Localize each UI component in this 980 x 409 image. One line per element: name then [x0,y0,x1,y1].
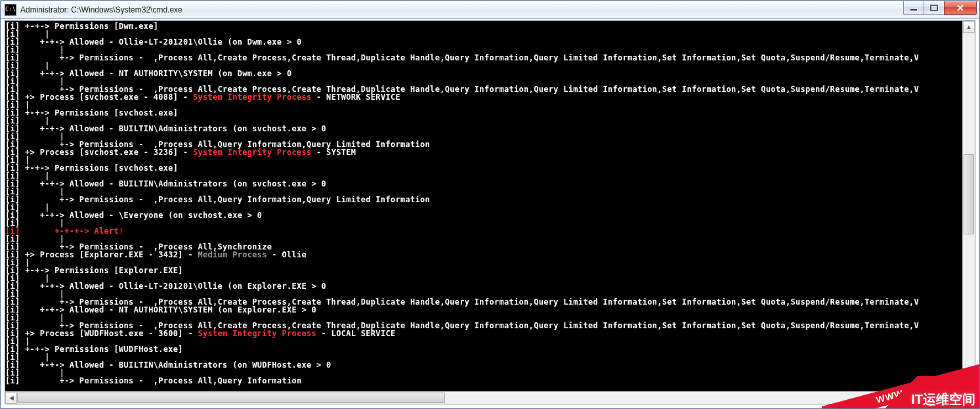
console-line: [i] +-+-> Allowed - NT AUTHORITY\SYSTEM … [5,306,963,314]
console-line: [i] +-+-> Allowed - Ollie-LT-201201\Olli… [5,38,963,46]
scroll-thumb-vertical[interactable] [964,154,974,234]
maximize-button[interactable] [924,1,945,15]
console-line: [i] +> Process [svchost.exe - 4088] - Sy… [5,93,963,101]
console-line: [i] | [5,219,963,227]
console-line: [i] +-> Permissions - ,Process All,Query… [5,196,963,204]
console-line: [i] +-+-> Allowed - BUILTIN\Administrato… [5,180,963,188]
console-line: [i] +-> Permissions - ,Process All,Creat… [5,54,963,62]
scroll-right-button[interactable]: ▶ [951,392,963,404]
svg-rect-0 [910,9,917,11]
console-line: [i] +-+-> Allowed - NT AUTHORITY\SYSTEM … [5,70,963,77]
scroll-thumb-horizontal[interactable] [17,393,445,403]
window-title: Administrator: C:\Windows\System32\cmd.e… [20,5,904,14]
console-line: [i] +> Process [svchost.exe - 3236] - Sy… [5,148,963,156]
console-line: [i] +-+-> Permissions [Explorer.EXE] [5,267,963,274]
console-line: [i] +-+-> Permissions [svchost.exe] [5,164,963,172]
console-line: [i] +-> Permissions - ,Process All,Query… [5,377,963,385]
scroll-track-horizontal[interactable] [17,392,951,404]
horizontal-scrollbar[interactable]: ◀ ▶ [5,391,963,404]
console-line: [i] +-+-> Permissions [Dwm.exe] [5,22,963,30]
console-line: [i] +-+-> Permissions [svchost.exe] [5,109,963,117]
cmd-window: C:\ Administrator: C:\Windows\System32\c… [0,0,980,409]
console-line: [i] +-+-> Allowed - BUILTIN\Administrato… [5,361,963,369]
terminal-output: [i] +-+-> Permissions [Dwm.exe][i] |[i] … [5,21,963,385]
console-line: [i] +-+-> Allowed - \Everyone (on svchos… [5,211,963,219]
cmd-icon: C:\ [5,4,16,16]
window-controls [904,1,977,14]
scroll-left-button[interactable]: ◀ [5,392,17,404]
scroll-down-button[interactable]: ▼ [963,380,975,392]
svg-rect-1 [931,5,937,11]
console-line: [i] +-+-> Allowed - BUILTIN\Administrato… [5,125,963,133]
titlebar[interactable]: C:\ Administrator: C:\Windows\System32\c… [1,1,979,19]
close-button[interactable] [944,1,977,15]
minimize-button[interactable] [903,1,924,15]
terminal-viewport[interactable]: [i] +-+-> Permissions [Dwm.exe][i] |[i] … [5,21,963,392]
scroll-track-vertical[interactable] [963,33,975,380]
console-line: [i] +> Process [Explorer.EXE - 3432] - M… [5,251,963,259]
console-line: [i] +-+-> Allowed - Ollie-LT-201201\Olli… [5,282,963,290]
client-area: [i] +-+-> Permissions [Dwm.exe][i] |[i] … [5,20,975,404]
console-line: [i] +-+-+-> Alert! [5,227,963,235]
scrollbar-corner [962,391,975,404]
console-line: [i] +-+-> Permissions [WUDFHost.exe] [5,345,963,353]
console-line: [i] +> Process [WUDFHost.exe - 3600] - S… [5,330,963,337]
vertical-scrollbar[interactable]: ▲ ▼ [962,21,975,392]
scroll-up-button[interactable]: ▲ [963,21,975,33]
